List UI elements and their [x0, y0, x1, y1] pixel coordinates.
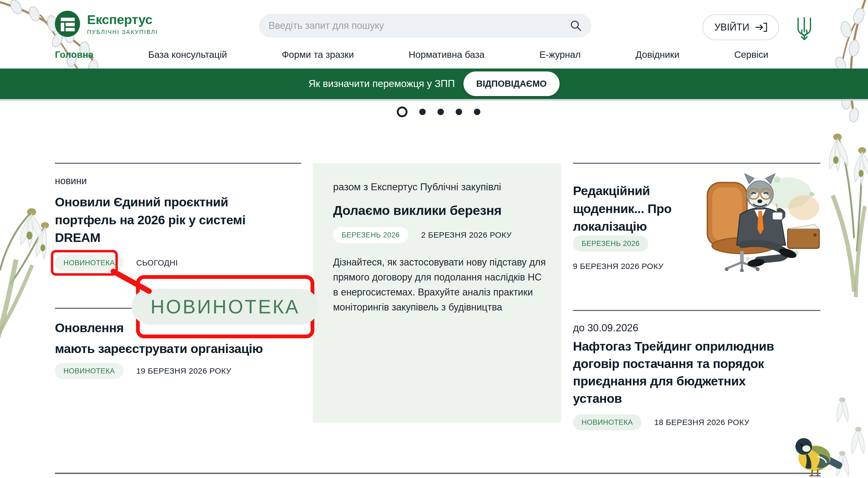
carousel-dot[interactable] [419, 109, 426, 115]
login-button[interactable]: УВІЙТИ [703, 14, 779, 40]
category-badge-berezen[interactable]: БЕРЕЗЕНЬ 2026 [333, 227, 408, 243]
carousel-dots [397, 106, 480, 117]
logo-text: Експертус ПУБЛІЧНІ ЗАКУПІВЛІ [87, 12, 158, 36]
article-date: 19 БЕРЕЗНЯ 2026 РОКУ [136, 367, 231, 376]
carousel-dot[interactable] [456, 109, 462, 115]
nav-item-baza-konsultatsii[interactable]: База консультацій [148, 49, 227, 60]
promo-banner-button[interactable]: ВІДПОВІДАЄМО [463, 71, 560, 96]
logo-title: Експертус [87, 12, 158, 27]
article-title-dream[interactable]: Оновили Єдиний проєктний портфель на 202… [55, 193, 264, 247]
category-badge-novynoteka[interactable]: НОВИНОТЕКА [55, 363, 123, 379]
article-date: 18 БЕРЕЗНЯ 2026 РОКУ [654, 418, 749, 427]
great-tit-bird-illustration [790, 432, 846, 477]
featured-kicker: разом з Експертус Публічні закупівлі [333, 182, 501, 193]
carousel-dot[interactable] [474, 109, 480, 115]
nav-item-dovidnyky[interactable]: Довідники [636, 49, 680, 60]
logo[interactable]: Експертус ПУБЛІЧНІ ЗАКУПІВЛІ [55, 11, 158, 37]
willow-branch-top-right-illustration [814, 0, 868, 126]
article-title-onovlennia-line1[interactable]: Оновлення [55, 319, 124, 337]
category-badge-berezen[interactable]: БЕРЕЗЕНЬ 2026 [573, 235, 648, 252]
deadline-kicker: до 30.09.2026 [573, 322, 638, 334]
wolf-in-chair-illustration[interactable] [699, 165, 821, 272]
carousel-dot-active[interactable] [397, 106, 407, 117]
search-icon[interactable] [570, 20, 582, 32]
nav-item-formy-ta-zrazky[interactable]: Форми та зразки [282, 49, 354, 60]
featured-summary: Дізнайтеся, як застосовувати нову підста… [333, 255, 547, 315]
promo-banner-text: Як визначити переможця у ЗПП [308, 78, 455, 89]
article-title-shchodennyk[interactable]: Редакційний щоденник... Про локалізацію [573, 182, 693, 235]
nav-item-e-zhurnal[interactable]: Е-журнал [539, 49, 581, 60]
article-meta-row: НОВИНОТЕКА 18 БЕРЕЗНЯ 2026 РОКУ [573, 414, 749, 431]
article-meta-row: НОВИНОТЕКА 19 БЕРЕЗНЯ 2026 РОКУ [55, 363, 231, 379]
nav-item-normatyvna-baza[interactable]: Нормативна база [409, 49, 485, 60]
login-arrow-icon [755, 22, 767, 33]
snowdrop-flowers-left-illustration [0, 195, 51, 348]
right-column-divider [573, 163, 820, 164]
search-bar[interactable] [259, 14, 591, 37]
article-meta-row: НОВИНОТЕКА СЬОГОДНІ [55, 255, 178, 271]
annotation-zoom-callout: НОВИНОТЕКА [136, 275, 314, 338]
ukraine-trident-icon [794, 17, 814, 41]
news-section-label: новини [55, 175, 87, 187]
logo-subtitle: ПУБЛІЧНІ ЗАКУПІВЛІ [87, 29, 158, 36]
right-column-divider [573, 310, 820, 311]
featured-title[interactable]: Долаємо виклики березня [333, 201, 501, 220]
featured-meta-row: БЕРЕЗЕНЬ 2026 2 БЕРЕЗНЯ 2026 РОКУ [333, 227, 512, 243]
snowdrop-flowers-right-illustration [822, 126, 868, 300]
search-input[interactable] [269, 20, 570, 31]
logo-mark-icon [55, 11, 80, 37]
login-button-label: УВІЙТИ [714, 22, 749, 33]
nav-item-holovna[interactable]: Головна [55, 49, 93, 60]
page: Експертус ПУБЛІЧНІ ЗАКУПІВЛІ УВІЙТИ Голо… [0, 0, 868, 478]
category-badge-novynoteka[interactable]: НОВИНОТЕКА [55, 255, 123, 271]
left-column-divider [55, 163, 301, 164]
main-nav: Головна База консультацій Форми та зразк… [55, 49, 768, 60]
page-bottom-divider [55, 473, 820, 474]
annotation-zoom-badge: НОВИНОТЕКА [132, 289, 319, 325]
article-title-onovlennia-line2[interactable]: мають зареєструвати організацію [55, 340, 263, 358]
article-title-naftogaz[interactable]: Нафтогаз Трейдинг оприлюднив договір пос… [573, 338, 793, 407]
article-meta-row: БЕРЕЗЕНЬ 2026 [573, 235, 648, 252]
carousel-dot[interactable] [437, 109, 444, 115]
article-date: СЬОГОДНІ [136, 258, 178, 267]
category-badge-novynoteka[interactable]: НОВИНОТЕКА [573, 414, 642, 431]
nav-item-servisy[interactable]: Сервіси [734, 49, 768, 60]
article-date: 9 БЕРЕЗНЯ 2026 РОКУ [573, 262, 663, 271]
featured-date: 2 БЕРЕЗНЯ 2026 РОКУ [421, 230, 512, 240]
promo-banner[interactable]: Як визначити переможця у ЗПП ВІДПОВІДАЄМ… [0, 68, 868, 101]
